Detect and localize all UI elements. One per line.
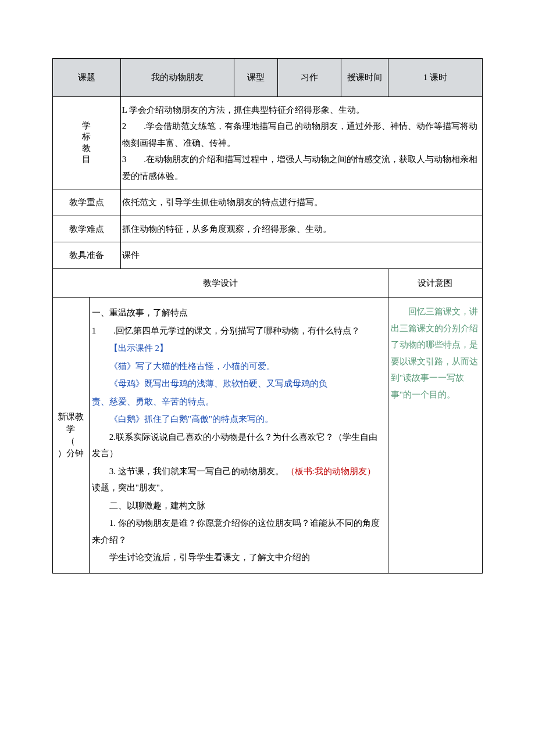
objectives-row: 学标教目 L 学会介绍动物朋友的方法，抓住典型特征介绍得形象、生动。 2 .学会… [53, 96, 483, 189]
main-content-row: 新课教学（）分钟 一、重温故事，了解特点 1 .回忆第四单元学过的课文，分别描写… [53, 298, 483, 574]
difficulty-text: 抓住动物的特征，从多角度观察，介绍得形象、生动。 [120, 216, 482, 242]
keypoint-row: 教学重点 依托范文，引导学生抓住动物朋友的特点进行描写。 [53, 189, 483, 216]
header-time-value: 1 课时 [388, 59, 482, 97]
design-header-row: 教学设计 设计意图 [53, 268, 483, 298]
lesson-plan-table: 课题 我的动物朋友 课型 习作 授课时间 1 课时 学标教目 L 学会介绍动物朋… [52, 58, 483, 574]
main-p6a: 3. 这节课，我们就来写一写自己的动物朋友。 [109, 467, 284, 476]
design-left-header: 教学设计 [53, 268, 388, 298]
section-1-title: 一、重温故事，了解特点 [92, 304, 386, 321]
main-p1: 1 .回忆第四单元学过的课文，分别描写了哪种动物，有什么特点？ [92, 323, 386, 339]
main-p7: 1. 你的动物朋友是谁？你愿意介绍你的这位朋友吗？谁能从不同的角度来介绍？ [92, 515, 386, 548]
main-p6c: 读题，突出"朋友"。 [92, 483, 169, 492]
objectives-content: L 学会介绍动物朋友的方法，抓住典型特征介绍得形象、生动。 2 .学会借助范文练… [120, 96, 482, 189]
main-p6b: （板书:我的动物朋友） [286, 467, 376, 476]
header-type-value: 习作 [278, 59, 341, 97]
header-type-label: 课型 [234, 59, 278, 97]
header-topic-label: 课题 [53, 59, 121, 97]
main-p6: 3. 这节课，我们就来写一写自己的动物朋友。 （板书:我的动物朋友） 读题，突出… [92, 463, 386, 496]
slide-ref: 【出示课件 2】 [92, 340, 386, 357]
objectives-label: 学标教目 [53, 96, 121, 189]
design-right-header: 设计意图 [388, 268, 482, 298]
main-p3a: 《母鸡》既写出母鸡的浅薄、欺软怕硬、又写成母鸡的负 [92, 375, 386, 392]
main-p4: 《白鹅》抓住了白鹅"高傲"的特点来写的。 [92, 411, 386, 428]
section-2-title: 二、以聊激趣，建构文脉 [92, 497, 386, 514]
intent-p1: 回忆三篇课文，讲出三篇课文的分别介绍了动物的哪些特点，是要以课文引路，从而达到"… [391, 303, 480, 403]
main-p2: 《猫》写了大猫的性格古怪，小猫的可爱。 [92, 358, 386, 375]
header-topic-value: 我的动物朋友 [120, 59, 234, 97]
design-intent-content: 回忆三篇课文，讲出三篇课文的分别介绍了动物的哪些特点，是要以课文引路，从而达到"… [388, 298, 482, 574]
prep-label: 教具准备 [53, 242, 121, 269]
difficulty-label: 教学难点 [53, 216, 121, 242]
objective-2: 2 .学会借助范文练笔，有条理地描写自己的动物朋友，通过外形、神情、动作等描写将… [122, 118, 480, 151]
teaching-design-content: 一、重温故事，了解特点 1 .回忆第四单元学过的课文，分别描写了哪种动物，有什么… [89, 298, 388, 574]
prep-text: 课件 [120, 242, 482, 269]
difficulty-row: 教学难点 抓住动物的特征，从多角度观察，介绍得形象、生动。 [53, 216, 483, 242]
header-time-label: 授课时间 [341, 59, 388, 97]
header-row: 课题 我的动物朋友 课型 习作 授课时间 1 课时 [53, 59, 483, 97]
objective-3: 3 .在动物朋友的介绍和描写过程中，增强人与动物之间的情感交流，获取人与动物相亲… [122, 151, 480, 184]
prep-row: 教具准备 课件 [53, 242, 483, 269]
keypoint-text: 依托范文，引导学生抓住动物朋友的特点进行描写。 [120, 189, 482, 216]
objective-1: L 学会介绍动物朋友的方法，抓住典型特征介绍得形象、生动。 [122, 102, 480, 119]
keypoint-label: 教学重点 [53, 189, 121, 216]
main-p3b: 责、慈爱、勇敢、辛苦的特点。 [92, 393, 386, 410]
left-section-label: 新课教学（）分钟 [53, 298, 90, 574]
main-p8: 学生讨论交流后，引导学生看课文，了解文中介绍的 [92, 549, 386, 566]
main-p5: 2.联系实际说说自己喜欢的小动物是什么？为什么喜欢它？（学生自由发言） [92, 429, 386, 462]
